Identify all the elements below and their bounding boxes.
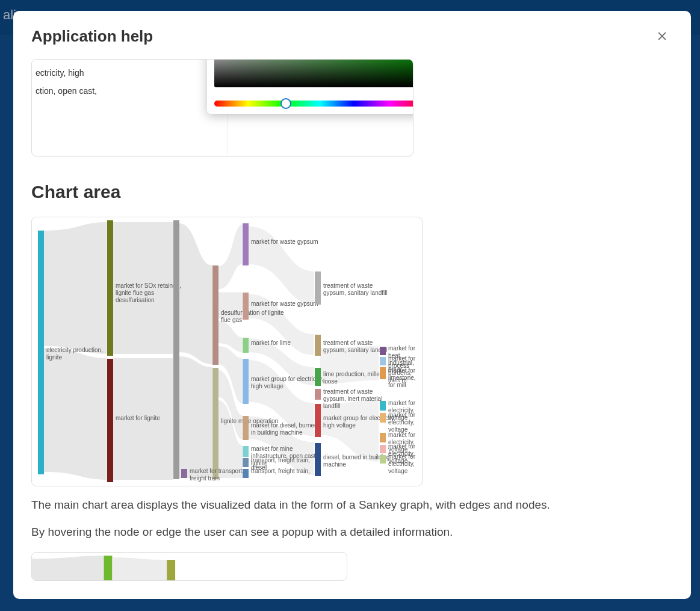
sankey-node-label: market for transport, freight train (190, 468, 262, 482)
sankey-node (380, 401, 386, 411)
modal-title: Application help (31, 27, 153, 46)
picker-text-line: ction, open cast, (36, 84, 224, 98)
sankey-node (212, 265, 218, 365)
sankey-node (380, 455, 386, 464)
chart-area-paragraph-1: The main chart area displays the visuali… (31, 497, 673, 513)
sankey-node (243, 359, 249, 404)
sankey-node (181, 469, 187, 478)
modal-body[interactable]: ectricity, high ction, open cast, Chart … (13, 53, 691, 599)
sankey-node (315, 389, 321, 400)
sankey-node (243, 416, 249, 440)
sankey-node (107, 359, 113, 482)
picker-left-text: ectricity, high ction, open cast, (32, 60, 228, 156)
svg-rect-3 (167, 560, 175, 581)
sankey-illustration: electricity production, lignitemarket fo… (31, 217, 423, 486)
sankey-node (243, 223, 249, 265)
sankey-node-label: market for lignite (116, 415, 160, 422)
color-picker-illustration: ectricity, high ction, open cast, (31, 59, 413, 157)
sankey-node (380, 357, 386, 365)
svg-rect-2 (104, 556, 113, 581)
sankey-node (380, 433, 386, 442)
sankey-node (315, 271, 321, 305)
sankey-node-label: market for limestone, for mill (388, 367, 422, 389)
sankey-hover-illustration (31, 552, 347, 581)
close-icon (656, 30, 668, 42)
saturation-value-panel[interactable] (214, 59, 413, 87)
sankey-node-label: market for electricity, voltage (388, 412, 422, 433)
section-heading-chart-area: Chart area (31, 182, 673, 202)
sankey-node-label: market for waste gypsum (251, 300, 318, 308)
color-picker-popover (207, 59, 413, 114)
picker-text-line: ectricity, high (36, 66, 224, 80)
sankey-node-label: market for diesel, burned in building ma… (251, 422, 323, 436)
sankey-node (107, 220, 113, 356)
sankey-node (380, 445, 386, 453)
sankey-node (243, 458, 249, 467)
sankey-node-label: desulfurisation of lignite flue gas (221, 309, 293, 324)
sankey-node (380, 347, 386, 355)
sankey-node (243, 338, 249, 353)
sankey-node-label: treatment of waste gypsum, sanitary land… (323, 282, 395, 297)
sankey-node-label: market group for electricity, high volta… (251, 376, 323, 390)
sankey-node (243, 446, 249, 457)
sankey-node (380, 413, 386, 423)
sankey-node-label: market for lime (251, 340, 291, 347)
help-modal: Application help ectricity, high ction, … (13, 11, 691, 599)
hue-slider-thumb[interactable] (280, 98, 291, 109)
sankey-node (315, 404, 321, 437)
hue-slider[interactable] (214, 101, 413, 107)
sankey-node (380, 367, 386, 379)
sankey-node (315, 443, 321, 476)
sankey-node (315, 335, 321, 356)
chart-area-paragraph-2: By hovering the node or edge the user ca… (31, 524, 673, 541)
sankey-node (38, 231, 44, 474)
close-button[interactable] (651, 25, 673, 47)
sankey-node (243, 293, 249, 320)
modal-header: Application help (13, 11, 691, 53)
sankey-node (173, 220, 179, 479)
sankey-node (212, 368, 218, 479)
sankey-node (315, 368, 321, 386)
sankey-node-label: market for electricity, voltage (388, 453, 422, 475)
sankey-node-label: market for waste gypsum (251, 238, 318, 246)
